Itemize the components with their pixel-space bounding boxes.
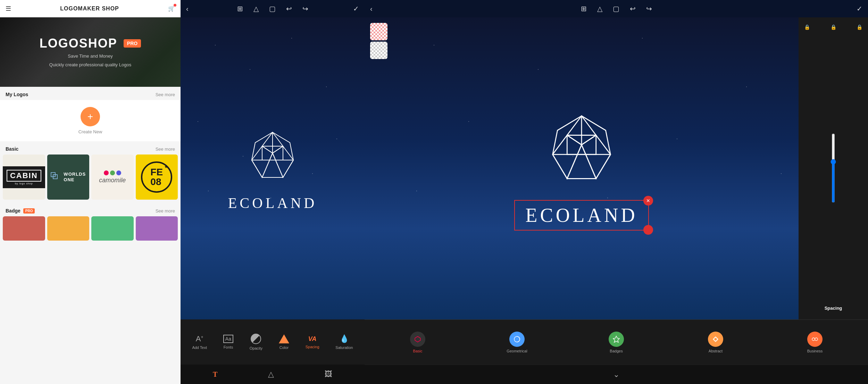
mid-layers-icon[interactable]: ⊞ <box>237 5 243 13</box>
sub-image-icon[interactable]: 🖼 <box>325 370 332 379</box>
mid-redo-icon[interactable]: ↪ <box>302 5 308 13</box>
spacing-slider-1[interactable] <box>828 133 838 203</box>
color-palette <box>370 23 387 59</box>
geo-category-icon <box>509 332 525 347</box>
mid-undo-icon[interactable]: ↩ <box>286 5 292 13</box>
right-layers-icon[interactable]: ⊞ <box>581 5 587 13</box>
logo-card-worlds[interactable]: WORLDS ONE <box>47 155 90 200</box>
camomile-text: camomile <box>99 177 126 184</box>
svg-marker-15 <box>567 145 596 178</box>
sub-text-icon[interactable]: T <box>213 370 217 378</box>
color-swatch-checker[interactable] <box>370 42 387 59</box>
mid-sub-toolbar: T △ 🖼 <box>181 365 365 384</box>
badge-item-4[interactable] <box>136 216 178 241</box>
basic-see-more[interactable]: See more <box>156 147 175 152</box>
right-redo-icon[interactable]: ↪ <box>646 5 652 13</box>
badge-item-2[interactable] <box>47 216 90 241</box>
logo-card-camomile[interactable]: camomile <box>91 155 134 200</box>
svg-point-23 <box>815 338 818 341</box>
app-title: LOGOMAKER SHOP <box>60 6 119 12</box>
color-swatch-pink[interactable] <box>370 23 387 40</box>
right-canvas: ✕ ECOLAND <box>365 17 799 319</box>
cart-button[interactable]: 🛒 <box>168 5 175 12</box>
lock-icon-1: 🔒 <box>804 24 810 30</box>
sub-triangle-icon[interactable]: △ <box>268 370 274 379</box>
badge-category-icon <box>609 332 624 347</box>
mid-back-button[interactable]: ‹ <box>186 5 189 13</box>
basic-category-icon <box>410 332 425 347</box>
right-undo-icon[interactable]: ↩ <box>630 5 636 13</box>
spacing-label: Spacing <box>825 306 842 311</box>
badge-category-label: Badges <box>610 349 623 353</box>
tool-add-text[interactable]: A+ Add Text <box>192 334 207 350</box>
category-basic[interactable]: Basic <box>368 332 467 353</box>
right-back-button[interactable]: ‹ <box>370 5 373 13</box>
badge-section-header: Badge PRO See more <box>0 203 181 216</box>
right-bottom-toolbar: Basic Geometrical Badges Abstract Busine… <box>365 319 868 365</box>
color-label: Color <box>279 345 289 350</box>
tool-fonts[interactable]: Aa Fonts <box>223 335 233 349</box>
right-sub-chevron-down[interactable]: ⌄ <box>613 370 619 379</box>
camomile-dot-blue <box>116 170 121 175</box>
worlds-icon <box>50 172 61 182</box>
tool-spacing[interactable]: VA Spacing <box>306 335 319 349</box>
right-brand-text: ECOLAND <box>525 204 638 226</box>
basic-section-header: Basic See more <box>0 141 181 155</box>
mid-check-button[interactable]: ✓ <box>353 5 359 13</box>
mid-brand-text: ECOLAND <box>228 195 317 211</box>
text-selection-box[interactable]: ✕ ECOLAND <box>514 200 649 231</box>
lock-icon-2: 🔒 <box>831 24 836 30</box>
category-business[interactable]: Business <box>765 332 865 353</box>
my-logos-title: My Logos <box>6 92 28 97</box>
logo-card-fe[interactable]: ★ FE08 <box>136 155 178 200</box>
badge-title: Badge <box>6 208 20 214</box>
fonts-icon: Aa <box>223 335 233 343</box>
text-resize-handle[interactable] <box>643 225 653 235</box>
banner-logo-text: LOGOSHOP <box>40 36 117 51</box>
svg-marker-21 <box>613 336 619 342</box>
cart-notification-dot <box>174 4 176 7</box>
spacing-icon: VA <box>308 335 317 343</box>
create-new-label: Create New <box>78 129 102 134</box>
logo-card-cabin[interactable]: CABIN by logo shop <box>3 155 45 200</box>
basic-category-label: Basic <box>413 349 423 353</box>
my-logos-see-more[interactable]: See more <box>156 92 175 97</box>
promo-banner[interactable]: LOGOSHOP PRO Save Time and Money Quickly… <box>0 17 181 87</box>
right-gem-icon <box>533 106 630 193</box>
fonts-label: Fonts <box>224 345 233 349</box>
right-warning-icon[interactable]: △ <box>597 5 602 13</box>
business-category-icon <box>807 332 823 347</box>
business-category-label: Business <box>807 349 823 353</box>
right-crop-icon[interactable]: ▢ <box>613 5 619 13</box>
badge-item-3[interactable] <box>91 216 134 241</box>
category-badges[interactable]: Badges <box>567 332 666 353</box>
opacity-icon <box>251 334 261 344</box>
color-icon <box>279 334 289 343</box>
cabin-text: CABIN <box>7 170 41 182</box>
cart-icon: 🛒 <box>168 6 175 11</box>
menu-icon[interactable]: ☰ <box>6 5 11 12</box>
create-new-button[interactable]: + <box>81 107 100 126</box>
right-editor-top-bar: ‹ ⊞ △ ▢ ↩ ↪ ✓ <box>365 0 868 17</box>
svg-marker-6 <box>262 153 283 177</box>
fe-text: FE08 <box>150 167 163 187</box>
tool-saturation[interactable]: 💧 Saturation <box>335 334 353 350</box>
my-logos-section: + Create New <box>0 100 181 141</box>
saturation-icon: 💧 <box>340 334 349 343</box>
right-check-button[interactable]: ✓ <box>857 5 862 13</box>
tool-opacity[interactable]: Opacity <box>250 334 262 350</box>
badge-see-more[interactable]: See more <box>156 208 175 214</box>
right-sub-toolbar: ⌄ <box>365 365 868 384</box>
abstract-category-icon <box>708 332 723 347</box>
tool-color[interactable]: Color <box>279 334 289 350</box>
worlds-text2: ONE <box>64 177 86 183</box>
badge-item-1[interactable] <box>3 216 45 241</box>
text-close-button[interactable]: ✕ <box>643 196 653 206</box>
category-abstract[interactable]: Abstract <box>666 332 765 353</box>
right-sidebar: 🔒 🔒 🔒 Spacing <box>799 17 868 319</box>
right-editor-panel: ‹ ⊞ △ ▢ ↩ ↪ ✓ <box>365 0 868 384</box>
category-geometrical[interactable]: Geometrical <box>467 332 567 353</box>
mid-crop-icon[interactable]: ▢ <box>269 5 276 13</box>
mid-warning-icon[interactable]: △ <box>253 5 259 13</box>
spacing-label: Spacing <box>306 345 319 349</box>
